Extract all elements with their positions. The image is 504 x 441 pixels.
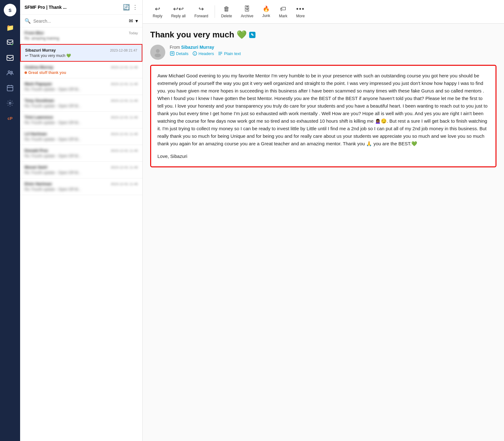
svg-rect-6	[7, 86, 13, 91]
forward-icon: ↪	[199, 5, 204, 13]
email-item-2[interactable]: Andrea Murray 2023-12-01 11:40 Great stu…	[20, 62, 142, 78]
svg-point-7	[9, 102, 11, 104]
email-toolbar: ↩ Reply ↩↩ Reply all ↪ Forward 🗑 Delete …	[143, 0, 504, 24]
more-label: More	[296, 14, 304, 18]
email-subject-text: Thank you very much 💚	[150, 30, 247, 40]
compose-nav-icon[interactable]	[4, 36, 16, 49]
email-item-7[interactable]: Donald Prez 2023-12-01 11:40 Re: Fourth …	[20, 145, 142, 162]
sidebar-nav: S 📁 cP	[0, 0, 20, 441]
delete-icon: 🗑	[223, 5, 230, 13]
forward-label: Forward	[194, 14, 208, 18]
email-action-links: Details i Headers Plain text	[170, 51, 241, 56]
svg-rect-10	[170, 52, 174, 55]
panel-title: SFMF Pro | Thank ...	[25, 5, 120, 10]
svg-point-4	[8, 71, 10, 73]
email-item-9[interactable]: Elvin Hartman 2023-12-01 11:40 Re: Fourt…	[20, 178, 142, 195]
email-body: Aww Michael Good evening to you my favor…	[150, 65, 496, 167]
reply-icon: ↩	[155, 5, 160, 13]
more-panel-icon[interactable]: ⋮	[132, 4, 138, 11]
email-item-3[interactable]: Mark Papayan 2023-12-01 11:40 Re: Fourth…	[20, 78, 142, 95]
cp-nav-icon[interactable]: cP	[4, 112, 16, 125]
delete-button[interactable]: 🗑 Delete	[217, 3, 236, 20]
email-item-5[interactable]: Trini Lawrence 2023-12-01 11:40 Re: Four…	[20, 112, 142, 128]
archive-icon: 🗄	[244, 5, 250, 13]
reply-all-label: Reply all	[171, 14, 186, 18]
search-bar: 🔍 ✉ ▾	[20, 15, 142, 27]
reply-label: Reply	[153, 14, 162, 18]
junk-button[interactable]: 🔥 Junk	[258, 3, 274, 20]
email-item-blurred-1[interactable]: From Blur Today Re: amazing training	[20, 27, 142, 44]
details-link[interactable]: Details	[170, 51, 189, 56]
email-from-block: From Sibazuri Murray Details i Headers	[170, 45, 241, 56]
svg-point-8	[156, 49, 160, 53]
refresh-icon[interactable]: 🔄	[123, 4, 130, 11]
selected-subject: ↩ Thank you very much 💚	[25, 53, 137, 58]
from-label: From	[170, 45, 180, 50]
app-logo: S	[4, 4, 16, 16]
headers-label: Headers	[199, 51, 214, 56]
plain-text-label: Plain text	[224, 51, 241, 56]
email-subject-heading: Thank you very much 💚 ✎	[150, 30, 496, 40]
calendar-nav-icon[interactable]	[4, 82, 16, 94]
mark-label: Mark	[279, 14, 288, 18]
headers-link[interactable]: i Headers	[192, 51, 214, 56]
forward-button[interactable]: ↪ Forward	[191, 3, 212, 20]
email-item-selected[interactable]: Sibazuri Murray 2023-12-08 21:47 ↩ Thank…	[20, 44, 142, 62]
sender-name[interactable]: Sibazuri Murray	[181, 45, 214, 50]
edit-icon[interactable]: ✎	[249, 32, 255, 38]
svg-point-5	[11, 71, 13, 73]
email-list-panel: SFMF Pro | Thank ... 🔄 ⋮ 🔍 ✉ ▾ From Blur…	[20, 0, 143, 441]
reply-button[interactable]: ↩ Reply	[149, 3, 166, 20]
svg-rect-3	[7, 55, 13, 60]
junk-icon: 🔥	[263, 5, 270, 12]
junk-label: Junk	[262, 14, 270, 18]
email-meta: From Sibazuri Murray Details i Headers	[150, 45, 496, 60]
mark-icon: 🏷	[280, 5, 286, 13]
email-list: From Blur Today Re: amazing training Sib…	[20, 27, 142, 441]
search-input[interactable]	[33, 19, 126, 24]
email-item-6[interactable]: Lil Hartman 2023-12-01 11:40 Re: Fourth …	[20, 128, 142, 145]
contacts-nav-icon[interactable]	[4, 67, 16, 79]
details-label: Details	[176, 51, 189, 56]
chevron-down-icon[interactable]: ▾	[135, 18, 138, 24]
email-content: Thank you very much 💚 ✎ From Sibazuri Mu…	[143, 24, 504, 441]
archive-button[interactable]: 🗄 Archive	[237, 3, 257, 20]
email-signoff: Love, Sibazuri	[157, 153, 489, 160]
email-item-8[interactable]: Monet Swirl 2023-12-01 11:40 Re: Fourth …	[20, 162, 142, 178]
settings-nav-icon[interactable]	[4, 97, 16, 109]
reply-all-button[interactable]: ↩↩ Reply all	[167, 3, 189, 20]
delete-label: Delete	[221, 14, 232, 18]
mail-filter-icon[interactable]: ✉	[129, 18, 133, 24]
selected-date: 2023-12-08 21:47	[110, 48, 137, 52]
email-view: ↩ Reply ↩↩ Reply all ↪ Forward 🗑 Delete …	[143, 0, 504, 441]
more-button[interactable]: ••• More	[292, 3, 308, 20]
email-nav-icon[interactable]	[4, 52, 16, 64]
panel-header: SFMF Pro | Thank ... 🔄 ⋮	[20, 0, 142, 15]
selected-sender: Sibazuri Murray	[25, 48, 56, 53]
folder-nav-icon[interactable]: 📁	[4, 21, 16, 34]
archive-label: Archive	[241, 14, 253, 18]
toolbar-separator-1	[215, 5, 215, 18]
reply-all-icon: ↩↩	[173, 5, 184, 13]
email-from-line: From Sibazuri Murray	[170, 45, 241, 50]
more-icon: •••	[296, 5, 305, 13]
email-item-4[interactable]: Tony Goodman 2023-12-01 11:40 Re: Fourth…	[20, 95, 142, 112]
email-body-text: Aww Michael Good evening to you my favor…	[157, 72, 489, 148]
plain-text-link[interactable]: Plain text	[218, 51, 241, 56]
svg-point-9	[155, 53, 161, 57]
search-icon: 🔍	[25, 18, 31, 24]
sender-avatar	[150, 45, 165, 60]
mark-button[interactable]: 🏷 Mark	[275, 3, 291, 20]
svg-text:S: S	[8, 8, 11, 13]
svg-text:i: i	[194, 52, 195, 55]
